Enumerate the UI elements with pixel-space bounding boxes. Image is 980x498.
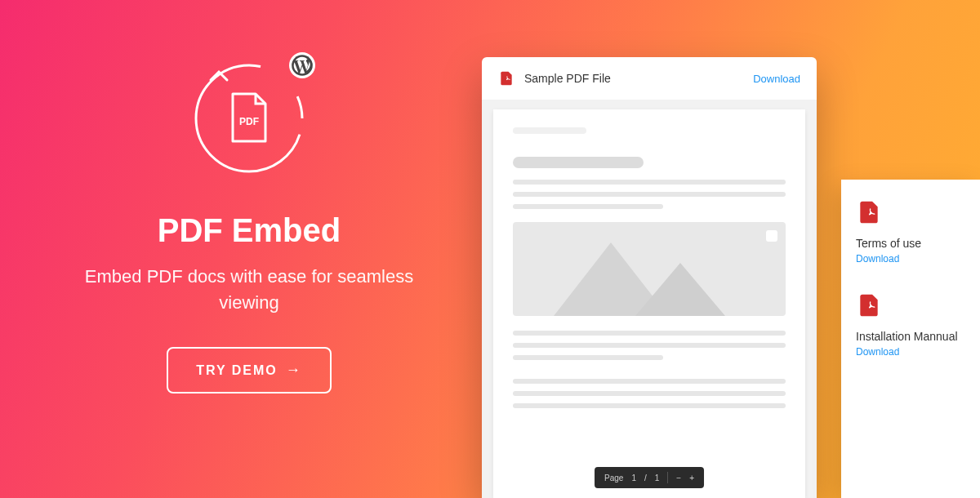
zoom-out-icon[interactable]: − xyxy=(676,474,681,482)
placeholder-line xyxy=(513,403,786,408)
viewer-title: Sample PDF File xyxy=(524,72,743,85)
placeholder-image xyxy=(513,222,786,316)
toolbar-divider xyxy=(667,472,668,483)
sidebar-item-title: Installation Mannual xyxy=(856,330,965,343)
placeholder-line xyxy=(513,343,786,348)
pdf-file-icon xyxy=(856,292,882,318)
svg-text:PDF: PDF xyxy=(239,116,259,127)
viewer-body: Page 1 / 1 − + xyxy=(482,100,817,498)
placeholder-line xyxy=(513,127,586,134)
sidebar-item-title: Terms of use xyxy=(856,237,965,250)
placeholder-line xyxy=(513,204,663,209)
wordpress-badge-icon xyxy=(289,52,315,78)
pdf-toolbar[interactable]: Page 1 / 1 − + xyxy=(595,467,704,488)
pdf-file-icon xyxy=(498,70,514,87)
pdf-file-icon xyxy=(856,199,882,225)
sidebar-download-link[interactable]: Download xyxy=(856,253,965,265)
placeholder-line xyxy=(513,192,786,197)
try-demo-button[interactable]: TRY DEMO→ xyxy=(167,347,332,394)
placeholder-line xyxy=(513,355,663,360)
arrow-right-icon: → xyxy=(286,362,302,378)
toolbar-current-page: 1 xyxy=(631,474,636,482)
hero-subtitle: Embed PDF docs with ease for seamless vi… xyxy=(69,264,429,316)
documents-sidebar: Terms of use Download Installation Mannu… xyxy=(841,180,980,498)
hero-title: PDF Embed xyxy=(69,212,429,249)
download-link[interactable]: Download xyxy=(753,73,800,85)
placeholder-line xyxy=(513,391,786,396)
toolbar-separator: / xyxy=(644,474,647,482)
sidebar-item: Installation Mannual Download xyxy=(856,292,965,358)
zoom-in-icon[interactable]: + xyxy=(689,474,694,482)
viewer-header: Sample PDF File Download xyxy=(482,57,817,100)
pdf-viewer-card: Sample PDF File Download Page 1 / 1 xyxy=(482,57,817,498)
placeholder-line xyxy=(513,331,786,336)
product-logo: PDF xyxy=(188,57,310,180)
hero-content: PDF PDF Embed Embed PDF docs with ease f… xyxy=(69,57,429,394)
toolbar-page-label: Page xyxy=(604,474,623,482)
placeholder-title xyxy=(513,157,644,168)
cta-label: TRY DEMO xyxy=(196,363,278,377)
placeholder-line xyxy=(513,180,786,185)
pdf-page xyxy=(493,109,805,498)
toolbar-total-pages: 1 xyxy=(655,474,660,482)
placeholder-line xyxy=(513,379,786,384)
sidebar-download-link[interactable]: Download xyxy=(856,346,965,358)
sidebar-item: Terms of use Download xyxy=(856,199,965,265)
